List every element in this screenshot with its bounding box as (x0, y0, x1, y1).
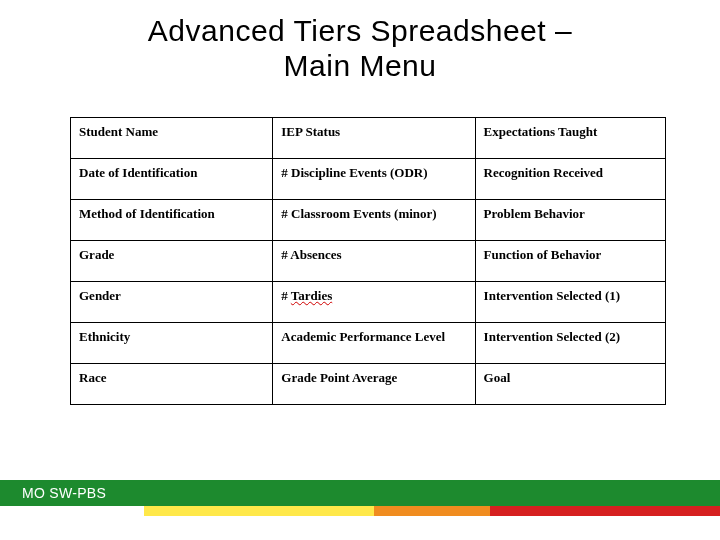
footer-green-bar: MO SW-PBS (0, 480, 720, 506)
slide-title: Advanced Tiers Spreadsheet – Main Menu (0, 0, 720, 83)
table-container: Student Name IEP Status Expectations Tau… (0, 83, 720, 405)
footer-color-stripe (0, 506, 720, 516)
cell: Grade (71, 241, 273, 282)
table-row: Date of Identification # Discipline Even… (71, 159, 666, 200)
cell: Goal (475, 364, 665, 405)
table-row: Race Grade Point Average Goal (71, 364, 666, 405)
table-row: Student Name IEP Status Expectations Tau… (71, 118, 666, 159)
cell: Intervention Selected (1) (475, 282, 665, 323)
cell: Function of Behavior (475, 241, 665, 282)
cell: Student Name (71, 118, 273, 159)
cell: # Tardies (273, 282, 475, 323)
tardies-span: Tardies (291, 288, 332, 303)
cell: # Classroom Events (minor) (273, 200, 475, 241)
cell: IEP Status (273, 118, 475, 159)
cell: # Discipline Events (ODR) (273, 159, 475, 200)
cell: Recognition Received (475, 159, 665, 200)
cell: Intervention Selected (2) (475, 323, 665, 364)
cell: # Absences (273, 241, 475, 282)
cell: Method of Identification (71, 200, 273, 241)
table-row: Ethnicity Academic Performance Level Int… (71, 323, 666, 364)
cell: Academic Performance Level (273, 323, 475, 364)
cell: Ethnicity (71, 323, 273, 364)
footer-label: MO SW-PBS (0, 485, 106, 501)
cell: Problem Behavior (475, 200, 665, 241)
title-line-2: Main Menu (284, 49, 437, 82)
table-row: Method of Identification # Classroom Eve… (71, 200, 666, 241)
cell: Date of Identification (71, 159, 273, 200)
slide-footer: MO SW-PBS (0, 480, 720, 516)
title-line-1: Advanced Tiers Spreadsheet – (148, 14, 572, 47)
spreadsheet-fields-table: Student Name IEP Status Expectations Tau… (70, 117, 666, 405)
cell: Gender (71, 282, 273, 323)
cell: Grade Point Average (273, 364, 475, 405)
table-row: Grade # Absences Function of Behavior (71, 241, 666, 282)
table-row: Gender # Tardies Intervention Selected (… (71, 282, 666, 323)
cell: Race (71, 364, 273, 405)
cell: Expectations Taught (475, 118, 665, 159)
